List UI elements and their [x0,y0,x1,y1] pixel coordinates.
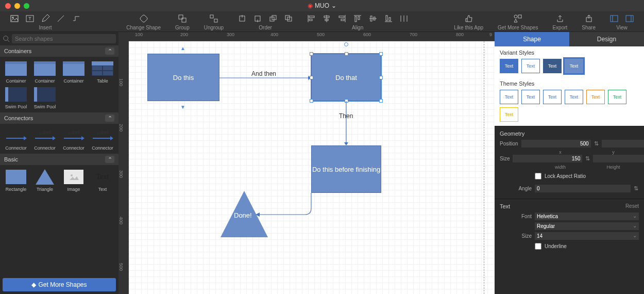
font-size-select[interactable]: 14 [535,232,639,240]
flowchart-node-do-that[interactable]: Do that [311,54,381,101]
text-section-title: TextReset [500,203,639,209]
theme-style-5[interactable]: Text [586,90,605,104]
insert-image-icon[interactable] [10,14,19,23]
shape-container-1[interactable]: Container [2,60,30,84]
shape-swimpool-2[interactable]: Swim Pool [31,86,59,109]
export-icon[interactable] [556,14,564,23]
more-shapes-icon[interactable] [514,14,522,23]
theme-style-6[interactable]: Text [608,90,626,104]
stepper-icon[interactable]: ⇅ [585,155,590,162]
variant-style-2[interactable]: Text [521,59,540,73]
insert-pencil-icon[interactable] [41,14,49,23]
resize-handle[interactable] [310,99,313,103]
shape-swimpool-1[interactable]: Swim Pool [2,86,30,109]
height-input[interactable] [593,155,644,162]
search-shapes-input[interactable] [12,34,116,43]
shape-connector-1[interactable]: Connector [2,127,30,151]
align-right-icon[interactable] [338,14,346,23]
tab-design[interactable]: Design [569,32,644,46]
align-bottom-icon[interactable] [384,14,393,23]
shape-container-2[interactable]: Container [31,60,59,84]
align-middle-icon[interactable] [369,14,377,23]
svg-rect-18 [309,16,314,18]
change-shape-icon[interactable] [140,14,148,23]
width-input[interactable] [513,155,582,162]
bring-front-icon[interactable] [238,14,246,23]
position-x-input[interactable] [521,140,591,148]
containers-section-label: Containers [4,48,31,54]
close-window-button[interactable] [5,3,11,9]
shape-container-3[interactable]: Container [60,60,88,84]
ungroup-icon[interactable] [210,14,218,23]
stepper-icon[interactable]: ⇅ [634,185,639,192]
flowchart-node-do-this[interactable]: Do this [147,54,219,101]
more-shapes-label: Get More Shapes [498,25,538,30]
zoom-window-button[interactable] [24,3,29,9]
variant-style-3[interactable]: Text [543,59,562,73]
group-icon[interactable] [178,14,187,23]
reset-text-button[interactable]: Reset [625,203,639,209]
variant-style-1[interactable]: Text [500,59,518,73]
flowchart-node-before-finishing[interactable]: Do this before finishing [311,145,381,193]
align-left-icon[interactable] [307,14,315,23]
basic-section-header[interactable]: Basic ⌃ [0,154,118,165]
backward-icon[interactable] [284,14,293,23]
change-shape-label: Change Shape [126,25,161,30]
underline-checkbox[interactable] [535,243,541,250]
resize-handle[interactable] [379,99,383,103]
theme-style-2[interactable]: Text [521,90,540,104]
minimize-window-button[interactable] [14,3,20,9]
done-label: Done! [234,211,252,219]
containers-section-header[interactable]: Containers ⌃ [0,45,118,57]
suggest-arrow-down-icon[interactable]: ▼ [180,104,185,110]
svg-rect-5 [179,15,183,19]
insert-connector-icon[interactable] [72,14,80,23]
shape-table[interactable]: Table [89,60,116,84]
shape-triangle[interactable]: Triangle [31,168,59,192]
document-title[interactable]: ◉ MUO ⌄ [308,2,336,9]
resize-handle[interactable] [310,52,313,56]
resize-handle[interactable] [379,52,383,56]
edge-label-and-then[interactable]: And then [251,70,276,77]
font-weight-select[interactable]: Regular [535,222,639,230]
angle-input[interactable] [535,185,631,192]
share-icon[interactable] [585,14,593,23]
shape-rectangle[interactable]: Rectangle [2,168,30,192]
like-icon[interactable] [465,14,473,23]
resize-handle[interactable] [345,52,348,56]
tab-shape[interactable]: Shape [495,32,569,46]
rotate-handle[interactable] [344,42,348,46]
stepper-icon[interactable]: ⇅ [594,140,599,147]
theme-style-3[interactable]: Text [543,90,562,104]
theme-style-7[interactable]: Text [500,107,518,122]
shape-connector-3[interactable]: LabelConnector [60,127,88,151]
insert-text-icon[interactable]: T [26,14,34,23]
distribute-h-icon[interactable] [400,14,408,23]
align-center-h-icon[interactable] [323,14,331,23]
view-sidebar-left-icon[interactable] [610,14,618,23]
shape-connector-2[interactable]: LabelConnector [31,127,59,151]
connectors-section-header[interactable]: Connectors ⌃ [0,112,118,124]
resize-handle[interactable] [379,76,383,79]
shape-connector-4[interactable]: LabelConnector [89,127,116,151]
get-more-shapes-button[interactable]: ◆ Get More Shapes [3,278,116,291]
resize-handle[interactable] [345,99,348,103]
position-y-input[interactable] [602,140,644,148]
variant-style-4-selected[interactable]: Text [565,59,583,73]
theme-style-4[interactable]: Text [565,90,583,104]
suggest-arrow-up-icon[interactable]: ▲ [180,45,185,51]
align-top-icon[interactable] [353,14,362,23]
resize-handle[interactable] [310,76,313,79]
shape-image[interactable]: Image [60,168,88,192]
send-back-icon[interactable] [253,14,262,23]
view-sidebar-right-icon[interactable] [625,14,634,23]
theme-style-1[interactable]: Text [500,90,518,104]
canvas-area[interactable]: 100 200 300 400 500 600 700 800 9 100 20… [118,32,495,294]
shape-text[interactable]: TextText [89,168,116,192]
lock-aspect-checkbox[interactable] [535,173,541,179]
like-label: Like this App [454,25,483,30]
edge-label-then[interactable]: Then [339,112,353,120]
font-select[interactable]: Helvetica [535,213,639,220]
insert-line-icon[interactable] [57,14,65,23]
forward-icon[interactable] [269,14,277,23]
